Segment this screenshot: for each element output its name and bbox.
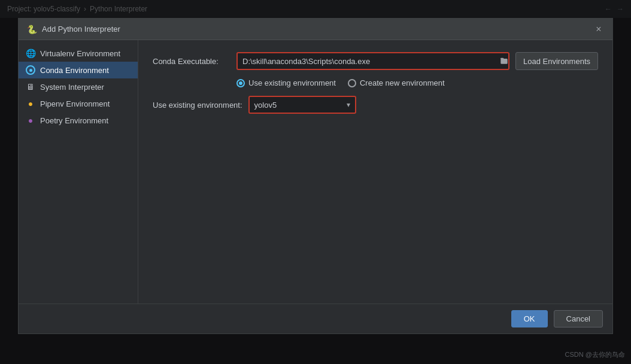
ok-button[interactable]: OK [511,310,548,327]
sidebar-item-pipenv[interactable]: ● Pipenv Environment [19,95,138,112]
watermark: CSDN @去你的鸟命 [565,350,625,359]
sidebar-item-system[interactable]: 🖥 System Interpreter [19,78,138,95]
use-existing-radio-label: Use existing environment [248,78,336,87]
dropdown-chevron-icon: ▾ [347,101,350,109]
create-new-radio[interactable] [348,79,356,87]
existing-env-label: Use existing environment: [153,101,242,110]
virtualenv-icon: 🌐 [26,48,35,58]
dialog-title: 🐍 Add Python Interpreter [27,25,120,34]
dropdown-selected-value: yolov5 [254,101,342,110]
add-interpreter-dialog: 🐍 Add Python Interpreter × 🌐 Virtualenv … [18,18,613,334]
sidebar-item-virtualenv[interactable]: 🌐 Virtualenv Environment [19,45,138,62]
load-environments-button[interactable]: Load Environments [515,52,598,70]
virtualenv-label: Virtualenv Environment [40,49,120,58]
close-button[interactable]: × [593,24,604,35]
create-new-radio-label: Create new environment [360,78,445,87]
environment-dropdown[interactable]: yolov5 ▾ [248,96,356,114]
conda-settings-panel: Conda Executable: Load Environments Use … [138,40,612,304]
interpreter-type-list: 🌐 Virtualenv Environment Conda Environme… [19,40,138,304]
python-icon: 🐍 [27,25,37,34]
poetry-label: Poetry Environment [40,116,108,125]
use-existing-radio-option[interactable]: Use existing environment [236,78,336,87]
sidebar-item-poetry[interactable]: ● Poetry Environment [19,112,138,129]
conda-executable-row: Conda Executable: Load Environments [153,52,598,70]
environment-mode-row: Use existing environment Create new envi… [153,78,598,87]
dialog-titlebar: 🐍 Add Python Interpreter × [19,19,612,40]
dialog-title-text: Add Python Interpreter [42,25,120,34]
cancel-button[interactable]: Cancel [554,310,603,327]
conda-label: Conda Environment [40,66,109,75]
conda-executable-input[interactable] [238,57,500,66]
pipenv-icon: ● [26,99,35,108]
system-label: System Interpreter [40,83,104,92]
poetry-icon: ● [26,116,35,125]
dialog-body: 🌐 Virtualenv Environment Conda Environme… [19,40,612,304]
dialog-footer: OK Cancel [19,304,612,333]
pipenv-label: Pipenv Environment [40,99,110,108]
use-existing-radio[interactable] [236,79,245,87]
create-new-radio-option[interactable]: Create new environment [348,78,445,87]
conda-executable-label: Conda Executable: [153,57,230,66]
system-icon: 🖥 [26,82,35,92]
conda-icon [26,65,35,75]
existing-environment-row: Use existing environment: yolov5 ▾ [153,96,598,114]
browse-folder-button[interactable] [500,57,508,65]
sidebar-item-conda[interactable]: Conda Environment [19,62,138,78]
